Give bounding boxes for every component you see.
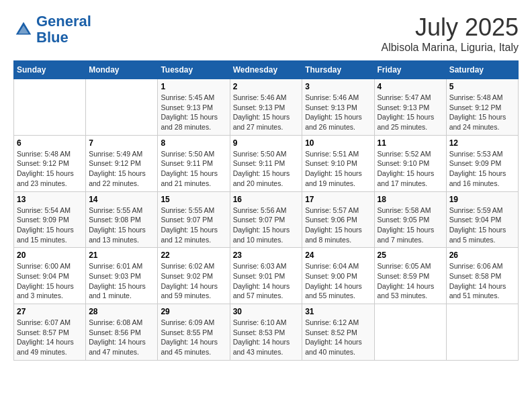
day-info: Sunrise: 6:12 AM Sunset: 8:52 PM Dayligh… — [305, 318, 371, 357]
day-info: Sunrise: 5:54 AM Sunset: 9:09 PM Dayligh… — [17, 205, 83, 245]
calendar-cell: 6Sunrise: 5:48 AM Sunset: 9:12 PM Daylig… — [14, 135, 86, 191]
calendar-cell: 24Sunrise: 6:04 AM Sunset: 9:00 PM Dayli… — [302, 248, 374, 304]
day-info: Sunrise: 5:51 AM Sunset: 9:10 PM Dayligh… — [305, 149, 371, 189]
day-number: 14 — [89, 195, 154, 204]
day-number: 12 — [449, 138, 515, 148]
day-number: 6 — [17, 138, 83, 148]
weekday-header-thursday: Thursday — [302, 61, 374, 79]
calendar-cell — [14, 79, 86, 136]
day-number: 22 — [161, 250, 226, 260]
day-number: 28 — [89, 307, 154, 316]
day-number: 15 — [161, 195, 226, 204]
calendar-cell: 5Sunrise: 5:48 AM Sunset: 9:12 PM Daylig… — [446, 79, 518, 136]
day-number: 24 — [305, 250, 371, 260]
day-number: 7 — [89, 138, 154, 148]
calendar-cell — [446, 304, 518, 361]
calendar-cell — [86, 79, 158, 136]
calendar-cell: 3Sunrise: 5:46 AM Sunset: 9:13 PM Daylig… — [302, 79, 374, 136]
day-info: Sunrise: 5:55 AM Sunset: 9:08 PM Dayligh… — [89, 205, 154, 245]
calendar-table: SundayMondayTuesdayWednesdayThursdayFrid… — [13, 60, 519, 361]
calendar-week-3: 13Sunrise: 5:54 AM Sunset: 9:09 PM Dayli… — [14, 191, 519, 248]
calendar-cell: 23Sunrise: 6:03 AM Sunset: 9:01 PM Dayli… — [230, 248, 302, 304]
day-number: 25 — [378, 250, 443, 260]
calendar-cell: 30Sunrise: 6:10 AM Sunset: 8:53 PM Dayli… — [230, 304, 302, 361]
calendar-cell: 19Sunrise: 5:59 AM Sunset: 9:04 PM Dayli… — [446, 191, 518, 248]
calendar-cell: 2Sunrise: 5:46 AM Sunset: 9:13 PM Daylig… — [230, 79, 302, 136]
day-number: 2 — [233, 82, 300, 91]
logo-icon — [13, 19, 34, 40]
calendar-cell: 1Sunrise: 5:45 AM Sunset: 9:13 PM Daylig… — [158, 79, 230, 136]
day-info: Sunrise: 5:50 AM Sunset: 9:11 PM Dayligh… — [161, 149, 226, 189]
day-number: 21 — [89, 250, 154, 260]
day-number: 1 — [161, 82, 226, 91]
calendar-cell: 15Sunrise: 5:55 AM Sunset: 9:07 PM Dayli… — [158, 191, 230, 248]
calendar-cell: 28Sunrise: 6:08 AM Sunset: 8:56 PM Dayli… — [86, 304, 158, 361]
calendar-cell: 29Sunrise: 6:09 AM Sunset: 8:55 PM Dayli… — [158, 304, 230, 361]
day-info: Sunrise: 6:09 AM Sunset: 8:55 PM Dayligh… — [161, 318, 226, 357]
day-info: Sunrise: 5:53 AM Sunset: 9:09 PM Dayligh… — [449, 149, 515, 189]
page-header: General Blue July 2025 Albisola Marina, … — [13, 13, 519, 54]
day-number: 11 — [378, 138, 443, 148]
calendar-cell: 20Sunrise: 6:00 AM Sunset: 9:04 PM Dayli… — [14, 248, 86, 304]
day-number: 13 — [17, 195, 83, 204]
day-number: 29 — [161, 307, 226, 316]
calendar-cell: 4Sunrise: 5:47 AM Sunset: 9:13 PM Daylig… — [374, 79, 446, 136]
calendar-cell: 9Sunrise: 5:50 AM Sunset: 9:11 PM Daylig… — [230, 135, 302, 191]
day-number: 19 — [449, 195, 515, 204]
day-number: 3 — [305, 82, 371, 91]
month-title: July 2025 — [381, 13, 519, 42]
day-number: 18 — [378, 195, 443, 204]
day-number: 8 — [161, 138, 226, 148]
day-info: Sunrise: 5:50 AM Sunset: 9:11 PM Dayligh… — [233, 149, 300, 189]
weekday-header-saturday: Saturday — [446, 61, 518, 79]
day-info: Sunrise: 5:52 AM Sunset: 9:10 PM Dayligh… — [378, 149, 443, 189]
calendar-cell: 11Sunrise: 5:52 AM Sunset: 9:10 PM Dayli… — [374, 135, 446, 191]
day-info: Sunrise: 6:00 AM Sunset: 9:04 PM Dayligh… — [17, 261, 83, 301]
calendar-cell: 14Sunrise: 5:55 AM Sunset: 9:08 PM Dayli… — [86, 191, 158, 248]
day-info: Sunrise: 5:55 AM Sunset: 9:07 PM Dayligh… — [161, 205, 226, 245]
calendar-week-4: 20Sunrise: 6:00 AM Sunset: 9:04 PM Dayli… — [14, 248, 519, 304]
calendar-cell: 8Sunrise: 5:50 AM Sunset: 9:11 PM Daylig… — [158, 135, 230, 191]
weekday-header-wednesday: Wednesday — [230, 61, 302, 79]
calendar-week-1: 1Sunrise: 5:45 AM Sunset: 9:13 PM Daylig… — [14, 79, 519, 136]
day-number: 30 — [233, 307, 300, 316]
calendar-week-2: 6Sunrise: 5:48 AM Sunset: 9:12 PM Daylig… — [14, 135, 519, 191]
day-info: Sunrise: 5:56 AM Sunset: 9:07 PM Dayligh… — [233, 205, 300, 245]
day-info: Sunrise: 6:08 AM Sunset: 8:56 PM Dayligh… — [89, 318, 154, 357]
day-info: Sunrise: 6:10 AM Sunset: 8:53 PM Dayligh… — [233, 318, 300, 357]
day-number: 23 — [233, 250, 300, 260]
calendar-cell: 7Sunrise: 5:49 AM Sunset: 9:12 PM Daylig… — [86, 135, 158, 191]
calendar-cell: 17Sunrise: 5:57 AM Sunset: 9:06 PM Dayli… — [302, 191, 374, 248]
day-info: Sunrise: 5:46 AM Sunset: 9:13 PM Dayligh… — [233, 93, 300, 132]
calendar-cell: 25Sunrise: 6:05 AM Sunset: 8:59 PM Dayli… — [374, 248, 446, 304]
calendar-cell: 26Sunrise: 6:06 AM Sunset: 8:58 PM Dayli… — [446, 248, 518, 304]
weekday-header-friday: Friday — [374, 61, 446, 79]
day-number: 17 — [305, 195, 371, 204]
logo-general: General — [36, 13, 91, 30]
calendar-cell: 16Sunrise: 5:56 AM Sunset: 9:07 PM Dayli… — [230, 191, 302, 248]
weekday-header-sunday: Sunday — [14, 61, 86, 79]
day-info: Sunrise: 5:46 AM Sunset: 9:13 PM Dayligh… — [305, 93, 371, 132]
day-info: Sunrise: 5:47 AM Sunset: 9:13 PM Dayligh… — [378, 93, 443, 132]
calendar-cell: 21Sunrise: 6:01 AM Sunset: 9:03 PM Dayli… — [86, 248, 158, 304]
day-number: 26 — [449, 250, 515, 260]
day-info: Sunrise: 6:02 AM Sunset: 9:02 PM Dayligh… — [161, 261, 226, 301]
calendar-cell — [374, 304, 446, 361]
day-number: 4 — [378, 82, 443, 91]
logo: General Blue — [13, 13, 91, 46]
location-subtitle: Albisola Marina, Liguria, Italy — [381, 42, 519, 54]
day-number: 9 — [233, 138, 300, 148]
title-block: July 2025 Albisola Marina, Liguria, Ital… — [381, 13, 519, 54]
day-info: Sunrise: 6:05 AM Sunset: 8:59 PM Dayligh… — [378, 261, 443, 301]
day-info: Sunrise: 6:03 AM Sunset: 9:01 PM Dayligh… — [233, 261, 300, 301]
day-info: Sunrise: 6:07 AM Sunset: 8:57 PM Dayligh… — [17, 318, 83, 357]
day-info: Sunrise: 5:48 AM Sunset: 9:12 PM Dayligh… — [17, 149, 83, 189]
calendar-cell: 13Sunrise: 5:54 AM Sunset: 9:09 PM Dayli… — [14, 191, 86, 248]
logo-blue: Blue — [36, 29, 69, 46]
day-info: Sunrise: 5:48 AM Sunset: 9:12 PM Dayligh… — [449, 93, 515, 132]
weekday-header-monday: Monday — [86, 61, 158, 79]
calendar-cell: 10Sunrise: 5:51 AM Sunset: 9:10 PM Dayli… — [302, 135, 374, 191]
day-number: 20 — [17, 250, 83, 260]
day-number: 10 — [305, 138, 371, 148]
day-info: Sunrise: 6:06 AM Sunset: 8:58 PM Dayligh… — [449, 261, 515, 301]
